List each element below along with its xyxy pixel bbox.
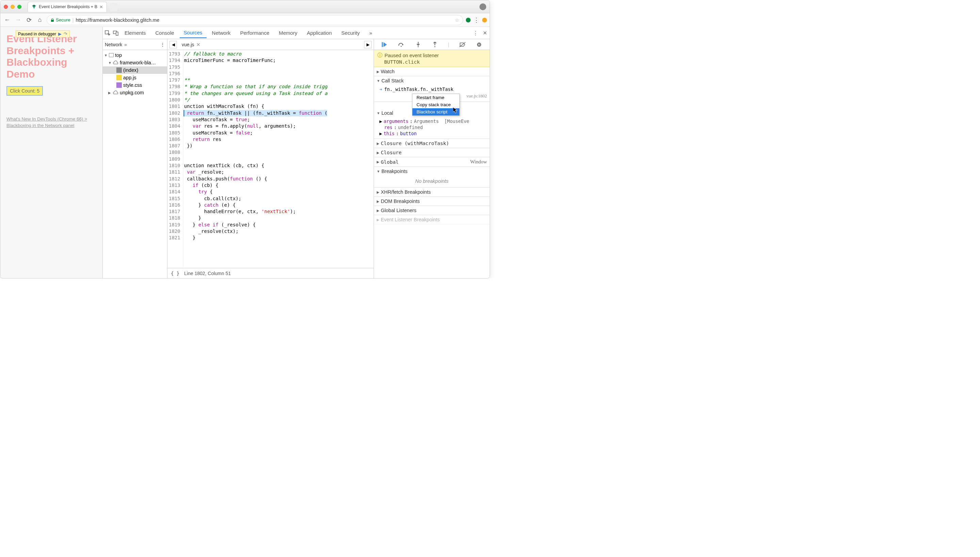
tab-title: Event Listener Breakpoints + B xyxy=(39,5,97,9)
tree-domain-2[interactable]: ▶ unpkg.com xyxy=(103,89,167,96)
panel-tab-more[interactable]: » xyxy=(365,28,376,38)
navigator-more-tabs[interactable]: » xyxy=(124,42,127,47)
resume-icon[interactable]: ▶ xyxy=(58,31,62,36)
panel-tab-security[interactable]: Security xyxy=(337,28,364,38)
devtools-menu-button[interactable]: ⋮ xyxy=(472,29,479,36)
panel-tab-memory[interactable]: Memory xyxy=(275,28,302,38)
frame-icon xyxy=(109,53,114,57)
url-text: https://framework-blackboxing.glitch.me xyxy=(76,17,159,23)
close-file-button[interactable]: ✕ xyxy=(196,42,200,47)
sources-navigator: Network » ⋮ ▼ top ▼ framework xyxy=(103,39,167,278)
svg-point-4 xyxy=(401,46,402,47)
svg-point-5 xyxy=(417,46,419,47)
editor-nav-fwd[interactable]: ▶ xyxy=(364,41,372,48)
breakpoints-section-header[interactable]: ▼Breakpoints xyxy=(374,167,490,176)
browser-toolbar: ← → ⟳ ⌂ Secure | https://framework-black… xyxy=(0,13,490,27)
scope-arguments[interactable]: ▶arguments: Arguments [MouseEve xyxy=(380,118,488,124)
code-area[interactable]: 1793179417951796179717981799180018011802… xyxy=(167,50,374,268)
paused-in-debugger-badge: Paused in debugger ▶ ↷ xyxy=(16,30,70,37)
current-frame-icon: ➔ xyxy=(380,86,382,92)
css-file-icon xyxy=(116,82,122,88)
svg-point-7 xyxy=(477,42,481,47)
forward-button[interactable]: → xyxy=(14,16,22,24)
secure-badge: Secure xyxy=(50,17,70,23)
event-listener-breakpoints-header[interactable]: ▶Event Listener Breakpoints xyxy=(374,215,490,224)
pause-exceptions-button[interactable] xyxy=(475,41,483,48)
cloud-icon xyxy=(113,90,118,95)
scope-closure2-header[interactable]: ▶Closure xyxy=(374,148,490,157)
extension-icon-2[interactable] xyxy=(482,18,487,23)
panel-tab-performance[interactable]: Performance xyxy=(236,28,274,38)
browser-menu-button[interactable]: ⋮ xyxy=(473,16,479,24)
reload-button[interactable]: ⟳ xyxy=(25,16,33,24)
callstack-section-header[interactable]: ▼Call Stack xyxy=(374,76,490,85)
page-heading: Event Listener Breakpoints + Blackboxing… xyxy=(6,33,96,80)
tree-domain[interactable]: ▼ framework-bla… xyxy=(103,59,167,67)
devtools-tabs: Elements Console Sources Network Perform… xyxy=(103,27,490,39)
global-listeners-header[interactable]: ▶Global Listeners xyxy=(374,206,490,215)
info-icon: ⓘ xyxy=(377,52,383,59)
scope-res[interactable]: res: undefined xyxy=(380,124,488,130)
editor-file-tab[interactable]: vue.js ✕ xyxy=(180,41,203,49)
devtools-close-button[interactable]: ✕ xyxy=(482,29,488,36)
tree-file-appjs[interactable]: app.js xyxy=(103,74,167,81)
js-file-icon xyxy=(116,75,122,80)
tab-close-button[interactable]: ✕ xyxy=(99,5,103,10)
scope-closure1-header[interactable]: ▶Closure (withMacroTask) xyxy=(374,139,490,148)
panel-tab-elements[interactable]: Elements xyxy=(120,28,150,38)
scope-global-header[interactable]: ▶GlobalWindow xyxy=(374,157,490,166)
scope-this[interactable]: ▶this: button xyxy=(380,130,488,137)
navigator-tab[interactable]: Network xyxy=(105,42,122,47)
cursor-position: Line 1802, Column 51 xyxy=(184,271,231,276)
new-tab-button[interactable] xyxy=(110,3,118,11)
home-button[interactable]: ⌂ xyxy=(36,16,44,24)
deactivate-breakpoints-button[interactable] xyxy=(459,41,466,48)
context-menu-blackbox-script[interactable]: Blackbox script xyxy=(412,108,459,116)
user-avatar-icon[interactable] xyxy=(479,3,486,10)
stack-frame[interactable]: ➔ fn._withTask.fn._withTask xyxy=(380,86,488,93)
panel-tab-sources[interactable]: Sources xyxy=(180,28,206,38)
code-body: // fallback to macromicroTimerFunc = mac… xyxy=(183,50,327,268)
line-gutter: 1793179417951796179717981799180018011802… xyxy=(167,50,183,268)
tree-file-stylecss[interactable]: style.css xyxy=(103,81,167,89)
panel-tab-console[interactable]: Console xyxy=(151,28,178,38)
vue-favicon xyxy=(31,4,37,10)
click-count-button[interactable]: Click Count: 5 xyxy=(6,86,43,96)
watch-section-header[interactable]: ▶Watch xyxy=(374,67,490,76)
step-out-button[interactable] xyxy=(431,41,439,48)
extension-icon[interactable] xyxy=(466,18,471,23)
context-menu-copy-stack[interactable]: Copy stack trace xyxy=(412,101,459,108)
file-icon xyxy=(116,67,122,73)
cloud-icon xyxy=(113,60,118,65)
panel-tab-network[interactable]: Network xyxy=(208,28,235,38)
close-window-button[interactable] xyxy=(4,5,8,9)
step-over-button[interactable] xyxy=(398,41,405,48)
star-icon[interactable]: ☆ xyxy=(455,17,459,23)
step-into-button[interactable] xyxy=(414,41,422,48)
article-link[interactable]: What's New In DevTools (Chrome 66) > Bla… xyxy=(6,116,96,129)
back-button[interactable]: ← xyxy=(3,16,11,24)
stack-source-link[interactable]: vue.js:1802 xyxy=(467,93,488,99)
maximize-window-button[interactable] xyxy=(17,5,21,9)
window-titlebar: Event Listener Breakpoints + B ✕ xyxy=(0,0,490,13)
navigator-menu-button[interactable]: ⋮ xyxy=(160,42,165,47)
resume-button[interactable] xyxy=(381,41,388,48)
tree-frame-top[interactable]: ▼ top xyxy=(103,51,167,59)
inspect-icon[interactable] xyxy=(104,29,111,36)
tree-file-index[interactable]: (index) xyxy=(103,67,167,74)
context-menu-restart-frame[interactable]: Restart frame xyxy=(412,94,459,101)
dom-breakpoints-header[interactable]: ▶DOM Breakpoints xyxy=(374,197,490,206)
debugger-sidebar: | ⓘPaused on event listener BUTTON.click… xyxy=(374,39,490,278)
xhr-breakpoints-header[interactable]: ▶XHR/fetch Breakpoints xyxy=(374,187,490,197)
svg-point-6 xyxy=(435,46,436,47)
browser-tab[interactable]: Event Listener Breakpoints + B ✕ xyxy=(28,2,107,12)
code-editor: ◀ vue.js ✕ ▶ 179317941795179617971798179… xyxy=(167,39,374,278)
address-bar[interactable]: Secure | https://framework-blackboxing.g… xyxy=(47,15,463,25)
pretty-print-button[interactable]: { } xyxy=(171,271,179,276)
step-icon[interactable]: ↷ xyxy=(63,31,67,36)
device-mode-icon[interactable] xyxy=(112,29,119,36)
editor-nav-back[interactable]: ◀ xyxy=(169,41,177,48)
editor-status-bar: { } Line 1802, Column 51 xyxy=(167,268,374,278)
panel-tab-application[interactable]: Application xyxy=(303,28,336,38)
minimize-window-button[interactable] xyxy=(11,5,15,9)
